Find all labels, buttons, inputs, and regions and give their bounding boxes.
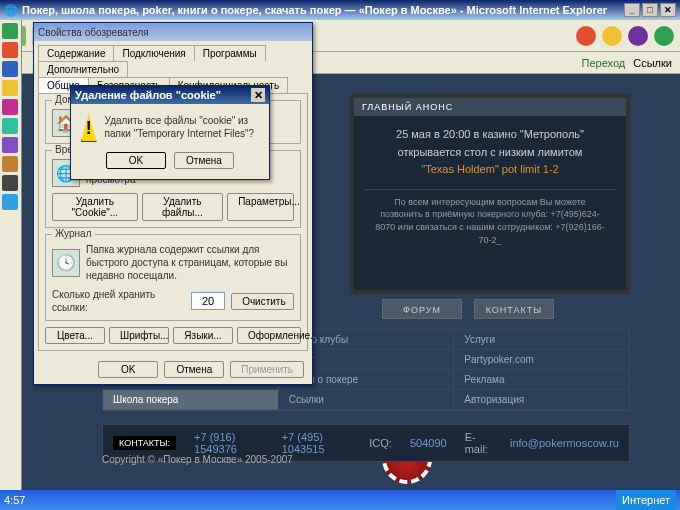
contact-phone: +7 (916) 1549376 [194,431,264,455]
launcher-icon[interactable] [2,175,18,191]
ext-icon-1[interactable] [576,26,596,46]
settings-button[interactable]: Параметры... [227,193,294,221]
apply-button[interactable]: Применить [230,361,304,378]
history-icon: 🕓 [52,249,80,277]
delete-files-button[interactable]: Удалить файлы... [142,193,223,221]
launcher-icon[interactable] [2,61,18,77]
icq-label: ICQ: [369,437,392,449]
confirm-cancel-button[interactable]: Отмена [174,152,234,169]
ie-icon: 🌐 [4,4,18,17]
taskbar[interactable]: 4:57 Интернет [0,490,680,510]
menu-link[interactable]: Авторизация [454,390,629,410]
close-icon[interactable]: ✕ [251,88,265,102]
ext-icon-3[interactable] [628,26,648,46]
ok-button[interactable]: OK [98,361,158,378]
icq-number: 504090 [410,437,447,449]
maximize-button[interactable]: □ [642,3,658,17]
announce-highlight: "Texas Holdem" pot limit 1-2 [364,161,616,179]
menu-link[interactable]: Ссылки [279,390,454,410]
accessibility-button[interactable]: Оформление... [237,327,301,344]
group-text: Папка журнала содержит ссылки для быстро… [86,243,294,282]
launcher-icon[interactable] [2,42,18,58]
links-label[interactable]: Ссылки [633,57,672,69]
announce-line: открывается стол с низким лимитом [364,144,616,162]
email-label: E-mail: [465,431,492,455]
menu-link[interactable]: Услуги [454,330,629,350]
main-announce: ГЛАВНЫЙ АНОНС 25 мая в 20:00 в казино "М… [350,94,630,294]
close-button[interactable]: ✕ [660,3,676,17]
nav-forum[interactable]: ФОРУМ [382,299,462,319]
days-input[interactable] [191,292,225,310]
launcher-icon[interactable] [2,118,18,134]
tab-connections[interactable]: Подключения [113,45,194,61]
browser-title: Покер, школа покера, poker, книги о поке… [22,4,607,16]
colors-button[interactable]: Цвета... [45,327,105,344]
announce-header: ГЛАВНЫЙ АНОНС [354,98,626,116]
group-history: Журнал 🕓 Папка журнала содержит ссылки д… [45,234,301,321]
internet-options-dialog: Свойства обозревателя Содержание Подключ… [33,22,313,385]
dialog-title: Свойства обозревателя [34,23,312,41]
cancel-button[interactable]: Отмена [164,361,224,378]
go-button[interactable]: Переход [582,57,626,69]
minimize-button[interactable]: _ [624,3,640,17]
announce-footer: По всем интересующим вопросам Вы можете … [364,189,616,252]
languages-button[interactable]: Языки... [173,327,233,344]
clock: 4:57 [4,494,25,506]
email-link[interactable]: info@pokermoscow.ru [510,437,619,449]
fonts-button[interactable]: Шрифты... [109,327,169,344]
left-launcher [0,20,22,490]
copyright: Copyright © «Покер в Москве» 2005-2007 [102,454,293,465]
legend: Журнал [52,228,95,239]
tab-programs[interactable]: Программы [194,45,266,61]
tab-advanced[interactable]: Дополнительно [38,61,128,77]
contact-label: КОНТАКТЫ: [113,436,176,450]
launcher-icon[interactable] [2,137,18,153]
delete-cookies-confirm: Удаление файлов "cookie" ✕ ! Удалить все… [70,85,270,180]
warning-icon: ! [81,114,97,142]
menu-link[interactable]: Partypoker.com [454,350,629,370]
status-label: Интернет [622,494,670,506]
ext-icon-2[interactable] [602,26,622,46]
launcher-icon[interactable] [2,99,18,115]
browser-titlebar: 🌐 Покер, школа покера, poker, книги о по… [0,0,680,20]
launcher-icon[interactable] [2,80,18,96]
launcher-icon[interactable] [2,194,18,210]
menu-link[interactable]: Реклама [454,370,629,390]
clear-history-button[interactable]: Очистить [231,293,294,310]
nav-contacts[interactable]: КОНТАКТЫ [474,299,554,319]
days-label: Сколько дней хранить ссылки: [52,288,185,314]
announce-line: 25 мая в 20:00 в казино "Метрополь" [364,126,616,144]
ext-icon-4[interactable] [654,26,674,46]
launcher-icon[interactable] [2,156,18,172]
menu-link[interactable]: Школа покера [103,390,278,410]
tab-content[interactable]: Содержание [38,45,114,61]
confirm-ok-button[interactable]: OK [106,152,166,169]
delete-cookies-button[interactable]: Удалить "Cookie"... [52,193,138,221]
confirm-text: Удалить все файлы "cookie" из папки "Tem… [105,114,259,140]
contact-phone: +7 (495) 1043515 [282,431,352,455]
launcher-icon[interactable] [2,23,18,39]
confirm-title: Удаление файлов "cookie" [75,89,221,101]
